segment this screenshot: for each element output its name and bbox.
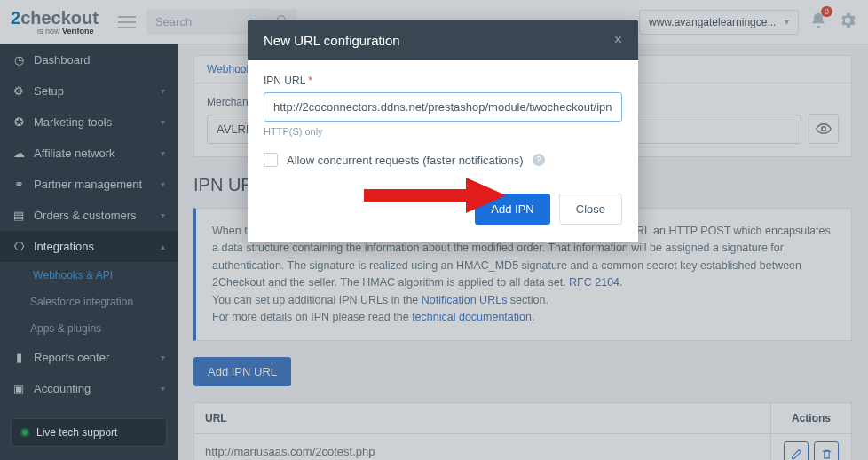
- ipn-url-input[interactable]: [264, 92, 622, 122]
- help-icon[interactable]: ?: [533, 154, 545, 166]
- concurrent-requests-label: Allow concurrent requests (faster notifi…: [287, 154, 524, 167]
- new-url-modal: New URL configuration × IPN URL * HTTP(S…: [248, 20, 638, 242]
- modal-title: New URL configuration: [264, 33, 400, 48]
- ipn-url-hint: HTTP(S) only: [264, 126, 622, 137]
- modal-close-button[interactable]: ×: [614, 32, 622, 48]
- close-button[interactable]: Close: [559, 194, 622, 225]
- concurrent-requests-checkbox[interactable]: [264, 153, 278, 167]
- ipn-url-label: IPN URL *: [264, 75, 622, 87]
- add-ipn-button[interactable]: Add IPN: [475, 194, 549, 225]
